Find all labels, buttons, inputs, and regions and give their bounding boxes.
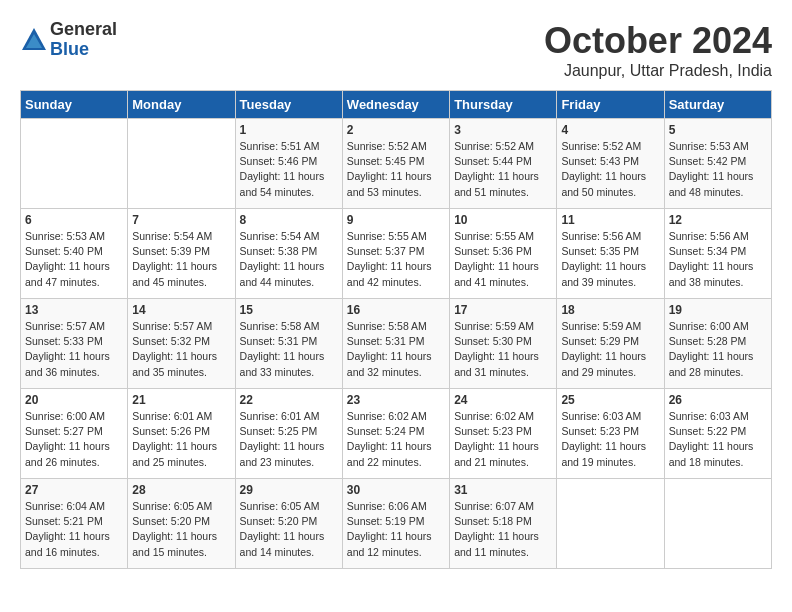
calendar-cell: 13Sunrise: 5:57 AMSunset: 5:33 PMDayligh… [21, 299, 128, 389]
logo-blue: Blue [50, 40, 117, 60]
calendar-cell [664, 479, 771, 569]
day-info: Sunrise: 6:01 AMSunset: 5:25 PMDaylight:… [240, 409, 338, 470]
day-number: 3 [454, 123, 552, 137]
calendar-cell: 20Sunrise: 6:00 AMSunset: 5:27 PMDayligh… [21, 389, 128, 479]
day-number: 9 [347, 213, 445, 227]
day-info: Sunrise: 5:54 AMSunset: 5:39 PMDaylight:… [132, 229, 230, 290]
calendar-cell: 24Sunrise: 6:02 AMSunset: 5:23 PMDayligh… [450, 389, 557, 479]
day-info: Sunrise: 5:57 AMSunset: 5:33 PMDaylight:… [25, 319, 123, 380]
week-row: 13Sunrise: 5:57 AMSunset: 5:33 PMDayligh… [21, 299, 772, 389]
day-number: 5 [669, 123, 767, 137]
day-number: 4 [561, 123, 659, 137]
calendar-cell: 17Sunrise: 5:59 AMSunset: 5:30 PMDayligh… [450, 299, 557, 389]
calendar-cell: 11Sunrise: 5:56 AMSunset: 5:35 PMDayligh… [557, 209, 664, 299]
day-info: Sunrise: 6:07 AMSunset: 5:18 PMDaylight:… [454, 499, 552, 560]
day-number: 23 [347, 393, 445, 407]
day-number: 19 [669, 303, 767, 317]
day-info: Sunrise: 5:53 AMSunset: 5:40 PMDaylight:… [25, 229, 123, 290]
day-number: 24 [454, 393, 552, 407]
calendar-cell: 16Sunrise: 5:58 AMSunset: 5:31 PMDayligh… [342, 299, 449, 389]
day-number: 14 [132, 303, 230, 317]
calendar-cell: 19Sunrise: 6:00 AMSunset: 5:28 PMDayligh… [664, 299, 771, 389]
day-number: 20 [25, 393, 123, 407]
calendar-cell: 26Sunrise: 6:03 AMSunset: 5:22 PMDayligh… [664, 389, 771, 479]
logo-icon [20, 26, 48, 54]
day-number: 28 [132, 483, 230, 497]
calendar-cell: 25Sunrise: 6:03 AMSunset: 5:23 PMDayligh… [557, 389, 664, 479]
day-info: Sunrise: 5:51 AMSunset: 5:46 PMDaylight:… [240, 139, 338, 200]
header-day-sunday: Sunday [21, 91, 128, 119]
day-info: Sunrise: 5:56 AMSunset: 5:35 PMDaylight:… [561, 229, 659, 290]
day-info: Sunrise: 6:03 AMSunset: 5:22 PMDaylight:… [669, 409, 767, 470]
logo-text: General Blue [50, 20, 117, 60]
calendar-cell: 21Sunrise: 6:01 AMSunset: 5:26 PMDayligh… [128, 389, 235, 479]
day-info: Sunrise: 6:06 AMSunset: 5:19 PMDaylight:… [347, 499, 445, 560]
week-row: 1Sunrise: 5:51 AMSunset: 5:46 PMDaylight… [21, 119, 772, 209]
day-number: 6 [25, 213, 123, 227]
calendar-cell: 15Sunrise: 5:58 AMSunset: 5:31 PMDayligh… [235, 299, 342, 389]
day-info: Sunrise: 6:03 AMSunset: 5:23 PMDaylight:… [561, 409, 659, 470]
calendar-table: SundayMondayTuesdayWednesdayThursdayFrid… [20, 90, 772, 569]
day-number: 10 [454, 213, 552, 227]
day-number: 15 [240, 303, 338, 317]
day-info: Sunrise: 6:05 AMSunset: 5:20 PMDaylight:… [132, 499, 230, 560]
calendar-cell: 22Sunrise: 6:01 AMSunset: 5:25 PMDayligh… [235, 389, 342, 479]
day-number: 22 [240, 393, 338, 407]
header-day-monday: Monday [128, 91, 235, 119]
day-number: 16 [347, 303, 445, 317]
calendar-cell: 27Sunrise: 6:04 AMSunset: 5:21 PMDayligh… [21, 479, 128, 569]
calendar-cell [21, 119, 128, 209]
calendar-body: 1Sunrise: 5:51 AMSunset: 5:46 PMDaylight… [21, 119, 772, 569]
calendar-cell: 12Sunrise: 5:56 AMSunset: 5:34 PMDayligh… [664, 209, 771, 299]
day-number: 31 [454, 483, 552, 497]
logo-general: General [50, 20, 117, 40]
month-title: October 2024 [544, 20, 772, 62]
day-info: Sunrise: 5:55 AMSunset: 5:36 PMDaylight:… [454, 229, 552, 290]
day-number: 13 [25, 303, 123, 317]
calendar-cell [557, 479, 664, 569]
calendar-cell: 31Sunrise: 6:07 AMSunset: 5:18 PMDayligh… [450, 479, 557, 569]
day-number: 11 [561, 213, 659, 227]
week-row: 6Sunrise: 5:53 AMSunset: 5:40 PMDaylight… [21, 209, 772, 299]
header-row: SundayMondayTuesdayWednesdayThursdayFrid… [21, 91, 772, 119]
day-info: Sunrise: 5:54 AMSunset: 5:38 PMDaylight:… [240, 229, 338, 290]
calendar-cell: 30Sunrise: 6:06 AMSunset: 5:19 PMDayligh… [342, 479, 449, 569]
day-info: Sunrise: 6:05 AMSunset: 5:20 PMDaylight:… [240, 499, 338, 560]
page-header: General Blue October 2024 Jaunpur, Uttar… [20, 20, 772, 80]
calendar-cell: 8Sunrise: 5:54 AMSunset: 5:38 PMDaylight… [235, 209, 342, 299]
day-info: Sunrise: 5:52 AMSunset: 5:44 PMDaylight:… [454, 139, 552, 200]
day-info: Sunrise: 5:53 AMSunset: 5:42 PMDaylight:… [669, 139, 767, 200]
calendar-cell: 3Sunrise: 5:52 AMSunset: 5:44 PMDaylight… [450, 119, 557, 209]
calendar-cell: 14Sunrise: 5:57 AMSunset: 5:32 PMDayligh… [128, 299, 235, 389]
calendar-cell: 28Sunrise: 6:05 AMSunset: 5:20 PMDayligh… [128, 479, 235, 569]
calendar-cell: 29Sunrise: 6:05 AMSunset: 5:20 PMDayligh… [235, 479, 342, 569]
header-day-wednesday: Wednesday [342, 91, 449, 119]
header-day-thursday: Thursday [450, 91, 557, 119]
calendar-header: SundayMondayTuesdayWednesdayThursdayFrid… [21, 91, 772, 119]
logo: General Blue [20, 20, 117, 60]
day-number: 2 [347, 123, 445, 137]
week-row: 20Sunrise: 6:00 AMSunset: 5:27 PMDayligh… [21, 389, 772, 479]
day-number: 12 [669, 213, 767, 227]
day-number: 27 [25, 483, 123, 497]
day-number: 8 [240, 213, 338, 227]
day-info: Sunrise: 6:01 AMSunset: 5:26 PMDaylight:… [132, 409, 230, 470]
day-number: 25 [561, 393, 659, 407]
day-info: Sunrise: 5:56 AMSunset: 5:34 PMDaylight:… [669, 229, 767, 290]
day-number: 17 [454, 303, 552, 317]
calendar-cell: 2Sunrise: 5:52 AMSunset: 5:45 PMDaylight… [342, 119, 449, 209]
calendar-cell: 4Sunrise: 5:52 AMSunset: 5:43 PMDaylight… [557, 119, 664, 209]
header-day-saturday: Saturday [664, 91, 771, 119]
day-info: Sunrise: 5:55 AMSunset: 5:37 PMDaylight:… [347, 229, 445, 290]
calendar-cell [128, 119, 235, 209]
day-number: 1 [240, 123, 338, 137]
day-info: Sunrise: 5:58 AMSunset: 5:31 PMDaylight:… [347, 319, 445, 380]
day-info: Sunrise: 6:02 AMSunset: 5:24 PMDaylight:… [347, 409, 445, 470]
calendar-cell: 1Sunrise: 5:51 AMSunset: 5:46 PMDaylight… [235, 119, 342, 209]
day-info: Sunrise: 6:02 AMSunset: 5:23 PMDaylight:… [454, 409, 552, 470]
day-number: 7 [132, 213, 230, 227]
location: Jaunpur, Uttar Pradesh, India [544, 62, 772, 80]
calendar-cell: 9Sunrise: 5:55 AMSunset: 5:37 PMDaylight… [342, 209, 449, 299]
header-day-tuesday: Tuesday [235, 91, 342, 119]
day-info: Sunrise: 5:58 AMSunset: 5:31 PMDaylight:… [240, 319, 338, 380]
